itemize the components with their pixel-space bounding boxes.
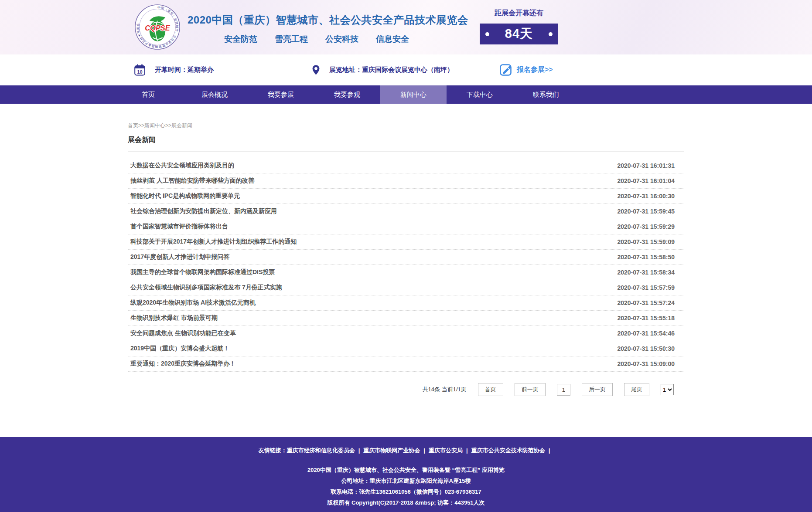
- news-timestamp: 2020-07-31 15:59:09: [617, 238, 684, 245]
- news-row: 2019中国（重庆）安博会盛大起航！2020-07-31 15:50:30: [128, 341, 684, 356]
- friend-links-label: 友情链接：: [259, 447, 287, 454]
- news-row: 生物识别技术爆红 市场前景可期2020-07-31 15:55:18: [128, 311, 684, 326]
- countdown: 距展会开幕还有 84天: [480, 9, 558, 44]
- news-list: 大数据在公共安全领域应用类别及目的2020-07-31 16:01:31抽丝剥茧…: [128, 158, 684, 372]
- news-title-link[interactable]: 抽丝剥茧 人工智能给安防带来哪些方面的改善: [128, 177, 254, 185]
- page-title: 展会新闻: [128, 136, 684, 145]
- news-title-link[interactable]: 2019中国（重庆）安博会盛大起航！: [128, 345, 229, 353]
- news-title-link[interactable]: 我国主导的全球首个物联网架构国际标准通过DIS投票: [128, 268, 275, 276]
- infobar: 10 开幕时间：延期举办 展览地址：重庆国际会议展览中心（南坪）: [0, 54, 812, 85]
- page: 中国（重庆）智慧城市、公共安全暨警用装备产品技术展览会 CQPSE 2020中国…: [0, 0, 812, 512]
- friend-link[interactable]: 重庆市公安局: [429, 447, 463, 454]
- friend-link[interactable]: 重庆市经济和信息化委员会: [287, 447, 355, 454]
- friend-link-separator: |: [466, 447, 468, 454]
- prev-page-button[interactable]: 前一页: [515, 383, 546, 396]
- news-row: 重要通知：2020重庆安博会延期举办！2020-07-31 15:09:00: [128, 356, 684, 372]
- countdown-value: 84天: [505, 25, 533, 43]
- friend-link-separator: |: [423, 447, 425, 454]
- news-title-link[interactable]: 首个国家智慧城市评价指标体将出台: [128, 223, 228, 231]
- news-row: 我国主导的全球首个物联网架构国际标准通过DIS投票2020-07-31 15:5…: [128, 265, 684, 280]
- nav-item-home[interactable]: 首页: [115, 85, 181, 104]
- friend-link[interactable]: 重庆市公共安全技术防范协会: [471, 447, 545, 454]
- nav-item-exhibit[interactable]: 我要参展: [248, 85, 314, 104]
- svg-text:10: 10: [137, 69, 142, 75]
- news-row: 公共安全领域生物识别多项国家标准发布 7月份正式实施2020-07-31 15:…: [128, 280, 684, 295]
- site-footer: 友情链接：重庆市经济和信息化委员会|重庆市物联网产业协会|重庆市公安局|重庆市公…: [0, 437, 812, 512]
- footer-phone: 联系电话：张先生13621061056（微信同号）023-67936317: [0, 488, 812, 495]
- friend-link-separator: |: [549, 447, 550, 454]
- news-timestamp: 2020-07-31 15:59:29: [617, 223, 684, 230]
- news-title-link[interactable]: 科技部关于开展2017年创新人才推进计划组织推荐工作的通知: [128, 238, 297, 246]
- page-select[interactable]: 1: [661, 384, 674, 395]
- news-timestamp: 2020-07-31 15:50:30: [617, 345, 684, 352]
- news-title-link[interactable]: 生物识别技术爆红 市场前景可期: [128, 314, 218, 322]
- news-title-link[interactable]: 安全问题成焦点 生物识别功能已在变革: [128, 329, 236, 337]
- news-timestamp: 2020-07-31 15:09:00: [617, 360, 684, 367]
- news-timestamp: 2020-07-31 15:59:45: [617, 208, 684, 215]
- footer-address: 公司地址：重庆市江北区建新东路阳光海岸A座15楼: [0, 478, 812, 485]
- news-timestamp: 2020-07-31 15:57:24: [617, 299, 684, 306]
- nav-item-news[interactable]: 新闻中心: [380, 85, 447, 104]
- news-row: 首个国家智慧城市评价指标体将出台2020-07-31 15:59:29: [128, 219, 684, 234]
- countdown-label: 距展会开幕还有: [480, 9, 558, 18]
- last-page-button[interactable]: 尾页: [624, 383, 649, 396]
- news-title-link[interactable]: 2017年度创新人才推进计划申报问答: [128, 253, 229, 261]
- news-row: 科技部关于开展2017年创新人才推进计划组织推荐工作的通知2020-07-31 …: [128, 234, 684, 250]
- news-title-link[interactable]: 智能化时代 IPC是构成物联网的重要单元: [128, 192, 240, 200]
- address-info: 展览地址：重庆国际会议展览中心（南坪）: [312, 54, 454, 85]
- register-edit-icon: [500, 64, 512, 76]
- news-timestamp: 2020-07-31 15:55:18: [617, 315, 684, 322]
- news-row: 2017年度创新人才推进计划申报问答2020-07-31 15:58:50: [128, 250, 684, 265]
- news-timestamp: 2020-07-31 15:58:50: [617, 254, 684, 261]
- calendar-icon: 10: [134, 64, 145, 76]
- title-divider: [128, 152, 684, 152]
- subtitle-item: 安全防范: [224, 34, 257, 45]
- first-page-button[interactable]: 首页: [478, 383, 503, 396]
- location-pin-icon: [312, 65, 320, 75]
- news-row: 大数据在公共安全领域应用类别及目的2020-07-31 16:01:31: [128, 158, 684, 173]
- main-nav: 首页展会概况我要参展我要参观新闻中心下载中心联系我们: [115, 85, 579, 104]
- news-row: 智能化时代 IPC是构成物联网的重要单元2020-07-31 16:00:30: [128, 189, 684, 204]
- news-timestamp: 2020-07-31 15:58:34: [617, 269, 684, 276]
- subtitle-item: 公安科技: [325, 34, 358, 45]
- news-row: 安全问题成焦点 生物识别功能已在变革2020-07-31 15:54:46: [128, 326, 684, 341]
- countdown-dot-right: [549, 32, 553, 36]
- subtitle-item: 雪亮工程: [275, 34, 308, 45]
- title-block: 2020中国（重庆）智慧城市、社会公共安全产品技术展览会 安全防范雪亮工程公安科…: [188, 13, 446, 45]
- page-number-button[interactable]: 1: [557, 384, 570, 396]
- logo-badge-icon: 中国（重庆）智慧城市、公共安全暨警用装备产品技术展览会 CQPSE: [134, 4, 181, 50]
- site-title: 2020中国（重庆）智慧城市、社会公共安全产品技术展览会: [188, 13, 446, 27]
- pagination: 共14条 当前1/1页 首页 前一页 1 后一页 尾页 1: [128, 383, 684, 396]
- footer-expo-name: 2020中国（重庆）智慧城市、社会公共安全、警用装备暨 “雪亮工程” 应用博览: [0, 467, 812, 474]
- news-row: 抽丝剥茧 人工智能给安防带来哪些方面的改善2020-07-31 16:01:04: [128, 173, 684, 189]
- news-row: 社会综合治理创新为安防提出新定位、新内涵及新应用2020-07-31 15:59…: [128, 204, 684, 219]
- logo-text: CQPSE: [145, 24, 170, 32]
- navbar: 首页展会概况我要参展我要参观新闻中心下载中心联系我们: [0, 85, 812, 104]
- register-text[interactable]: 报名参展>>: [517, 65, 553, 75]
- news-row: 纵观2020年生物识别市场 AI技术激活亿元商机2020-07-31 15:57…: [128, 295, 684, 311]
- footer-copyright: 版权所有 Copyright(C)2017-2018 &mbsp; 访客：443…: [0, 499, 812, 506]
- news-timestamp: 2020-07-31 15:54:46: [617, 330, 684, 337]
- countdown-dot-left: [485, 32, 489, 36]
- nav-item-download[interactable]: 下载中心: [447, 85, 513, 104]
- news-title-link[interactable]: 社会综合治理创新为安防提出新定位、新内涵及新应用: [128, 207, 277, 215]
- register-link[interactable]: 报名参展>>: [500, 54, 553, 85]
- friend-link-separator: |: [358, 447, 360, 454]
- site-subtitle: 安全防范雪亮工程公安科技信息安全: [188, 34, 446, 45]
- countdown-box: 84天: [480, 24, 558, 44]
- nav-item-overview[interactable]: 展会概况: [181, 85, 248, 104]
- site-header: 中国（重庆）智慧城市、公共安全暨警用装备产品技术展览会 CQPSE 2020中国…: [0, 0, 812, 54]
- nav-item-contact[interactable]: 联系我们: [513, 85, 579, 104]
- news-title-link[interactable]: 纵观2020年生物识别市场 AI技术激活亿元商机: [128, 299, 256, 307]
- friend-link[interactable]: 重庆市物联网产业协会: [363, 447, 420, 454]
- news-timestamp: 2020-07-31 16:01:04: [617, 177, 684, 184]
- news-title-link[interactable]: 重要通知：2020重庆安博会延期举办！: [128, 360, 235, 368]
- news-timestamp: 2020-07-31 16:01:31: [617, 162, 684, 169]
- news-title-link[interactable]: 公共安全领域生物识别多项国家标准发布 7月份正式实施: [128, 284, 282, 292]
- nav-item-visit[interactable]: 我要参观: [314, 85, 380, 104]
- friend-links: 友情链接：重庆市经济和信息化委员会|重庆市物联网产业协会|重庆市公安局|重庆市公…: [0, 447, 812, 454]
- address-text: 展览地址：重庆国际会议展览中心（南坪）: [329, 66, 454, 74]
- news-title-link[interactable]: 大数据在公共安全领域应用类别及目的: [128, 162, 234, 170]
- open-time-info: 10 开幕时间：延期举办: [134, 54, 214, 85]
- next-page-button[interactable]: 后一页: [582, 383, 613, 396]
